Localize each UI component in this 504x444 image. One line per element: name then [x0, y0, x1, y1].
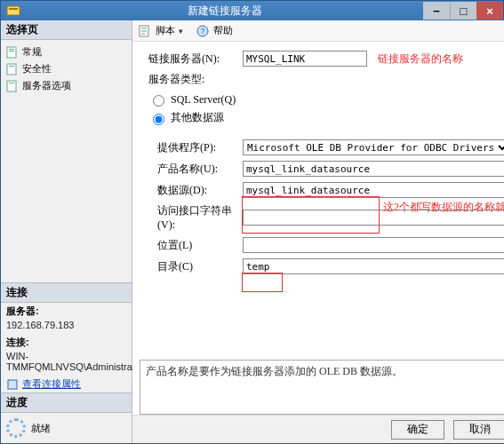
login-label: 连接: [1, 334, 132, 351]
form-area: 链接服务器(N): 链接服务器的名称 服务器类型: SQL Server(Q) … [132, 42, 504, 360]
location-input[interactable] [243, 237, 504, 253]
chevron-down-icon[interactable]: ▾ [179, 27, 183, 36]
window-buttons: − □ × [423, 2, 503, 20]
provider-string-label: 访问接口字符串(V): [140, 203, 237, 232]
svg-rect-9 [8, 380, 17, 389]
app-icon [6, 4, 20, 18]
provider-label: 提供程序(P): [140, 140, 237, 155]
connection-header: 连接 [1, 283, 132, 303]
sidebar-item-security[interactable]: 安全性 [1, 60, 132, 77]
maximize-button[interactable]: □ [450, 2, 476, 20]
view-connection-properties-link[interactable]: 查看连接属性 [1, 376, 132, 392]
svg-rect-4 [9, 51, 14, 52]
product-name-label: 产品名称(U): [140, 162, 237, 177]
dialog-body: 选择页 常规 安全性 服务器选项 连接 服务器: 192. [1, 20, 503, 443]
linked-server-label: 链接服务器(N): [140, 52, 237, 67]
svg-rect-0 [7, 6, 20, 15]
script-button[interactable]: 脚本 [156, 24, 175, 37]
sidebar-item-general[interactable]: 常规 [1, 44, 132, 60]
svg-rect-8 [9, 83, 14, 83]
svg-rect-6 [9, 66, 14, 67]
progress-text: 就绪 [31, 422, 51, 435]
annotation-datasource-note: 这2个都写数据源的名称就行 [383, 200, 504, 215]
main-panel: 脚本 ▾ ? 帮助 链接服务器(N): 链接服务器的名称 服务器类型: [132, 20, 504, 443]
help-button[interactable]: 帮助 [213, 24, 233, 37]
radio-sql-label: SQL Server(Q) [171, 93, 236, 107]
progress-spinner-icon [6, 418, 26, 438]
sidebar-item-label: 服务器选项 [22, 79, 71, 92]
server-type-label: 服务器类型: [140, 72, 237, 87]
datasource-label: 数据源(D): [140, 183, 237, 198]
svg-rect-3 [9, 49, 14, 50]
help-icon: ? [196, 24, 210, 38]
dialog-footer: 确定 取消 [132, 415, 504, 443]
page-icon [6, 63, 19, 75]
svg-rect-2 [7, 47, 16, 58]
dialog-window: 新建链接服务器 − □ × 选择页 常规 安全性 服务器选项 [0, 0, 504, 444]
svg-rect-5 [7, 64, 16, 75]
link-text: 查看连接属性 [22, 377, 81, 391]
titlebar: 新建链接服务器 − □ × [1, 1, 503, 20]
toolbar: 脚本 ▾ ? 帮助 [132, 20, 504, 42]
properties-icon [6, 378, 19, 391]
radio-sql-server[interactable]: SQL Server(Q) [148, 92, 504, 107]
linked-server-input[interactable] [243, 51, 367, 67]
progress-section: 进度 就绪 [1, 392, 132, 443]
location-label: 位置(L) [140, 238, 237, 253]
catalog-input[interactable] [243, 258, 504, 274]
page-list: 常规 安全性 服务器选项 [1, 40, 132, 98]
svg-text:?: ? [200, 27, 204, 36]
description-box: 产品名称是要作为链接服务器添加的 OLE DB 数据源。 [140, 360, 504, 415]
radio-other-source[interactable]: 其他数据源 [148, 110, 504, 125]
radio-other-input[interactable] [153, 114, 164, 125]
ok-button[interactable]: 确定 [391, 420, 444, 440]
svg-rect-1 [9, 8, 18, 10]
window-title: 新建链接服务器 [26, 4, 423, 19]
connection-section: 连接 服务器: 192.168.79.183 连接: WIN-TMMFQMLNV… [1, 282, 132, 392]
sidebar-item-label: 常规 [22, 45, 42, 59]
sidebar-item-server-options[interactable]: 服务器选项 [1, 77, 132, 94]
close-button[interactable]: × [476, 2, 503, 20]
login-value: WIN-TMMFQMLNVSQ\Administrat [1, 351, 132, 376]
description-text: 产品名称是要作为链接服务器添加的 OLE DB 数据源。 [146, 365, 403, 377]
progress-header: 进度 [1, 393, 132, 413]
annotation-link-name: 链接服务器的名称 [378, 52, 463, 67]
select-page-header: 选择页 [1, 20, 132, 40]
svg-rect-7 [7, 81, 16, 91]
server-value: 192.168.79.183 [1, 320, 132, 334]
page-icon [6, 46, 19, 59]
product-name-input[interactable] [243, 161, 504, 177]
catalog-label: 目录(C) [140, 259, 237, 274]
minimize-button[interactable]: − [423, 2, 450, 20]
server-label: 服务器: [1, 303, 132, 320]
datasource-input[interactable] [243, 182, 504, 198]
provider-select[interactable]: Microsoft OLE DB Provider for ODBC Drive… [243, 139, 504, 155]
cancel-button[interactable]: 取消 [453, 420, 504, 440]
radio-other-label: 其他数据源 [171, 110, 224, 125]
page-icon [6, 80, 19, 92]
script-icon [138, 24, 152, 38]
sidebar-item-label: 安全性 [22, 62, 52, 75]
sidebar: 选择页 常规 安全性 服务器选项 连接 服务器: 192. [1, 20, 132, 443]
radio-sql-server-input[interactable] [153, 95, 164, 107]
